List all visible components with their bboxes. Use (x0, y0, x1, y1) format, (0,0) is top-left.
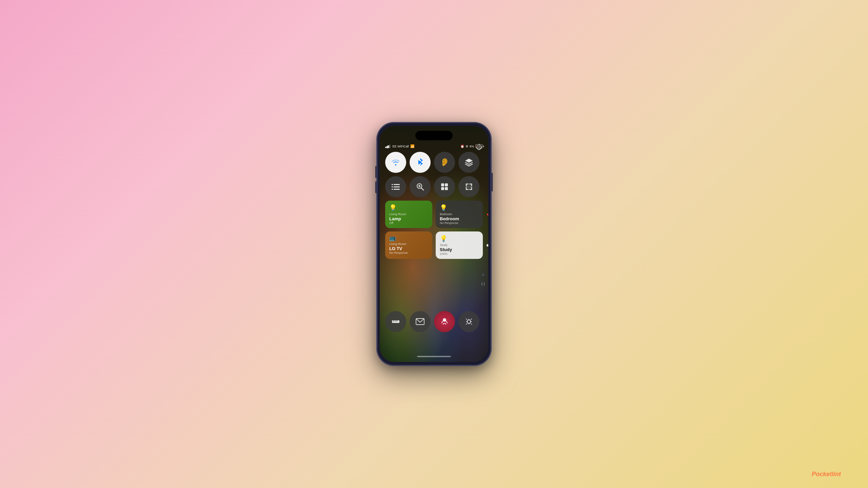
watermark-lint-accent: lint (832, 471, 841, 477)
status-right: ⏰ ⚙ 6% (460, 144, 483, 148)
lamp-tile-room: Living Room (389, 213, 428, 216)
svg-rect-5 (394, 189, 400, 190)
svg-line-38 (471, 319, 472, 320)
lgtv-tile-icon: 📺 (389, 235, 428, 241)
study-tile-name: Study (440, 247, 479, 252)
svg-rect-13 (445, 187, 448, 190)
crosshair-icon (465, 318, 473, 326)
battery-fill (476, 145, 477, 147)
radio-waves-icon: (·) (481, 282, 485, 286)
study-tile-icon: 💡 (440, 235, 479, 242)
watermark-p: P (812, 471, 816, 477)
home-tiles-row-1: 💡 Living Room Lamp Off 💡 Bedroom Bedroom… (385, 201, 483, 228)
lgtv-tile[interactable]: 📺 Living Room LG TV No Response (385, 231, 432, 259)
study-tile-status: 100% (440, 252, 479, 256)
bedroom-tile-room: Bedroom (440, 213, 479, 216)
home-tiles-row-2: 📺 Living Room LG TV No Response 💡 Study … (385, 231, 483, 259)
bedroom-tile-icon: 💡 (440, 204, 479, 211)
media-button[interactable] (434, 176, 455, 197)
control-row-2 (385, 176, 483, 197)
heart-icon: ♥ (487, 212, 488, 217)
zoom-button[interactable] (410, 176, 431, 197)
bluetooth-button[interactable] (410, 152, 431, 173)
svg-line-7 (421, 188, 424, 190)
hearing-button[interactable]: 👂 (434, 152, 455, 173)
scanner-button[interactable] (458, 176, 479, 197)
bedroom-tile[interactable]: 💡 Bedroom Bedroom No Response (436, 201, 483, 228)
media-icon (440, 183, 449, 191)
study-tile-room: Study (440, 244, 479, 247)
mail-button[interactable] (410, 311, 431, 332)
settings-icon: ⚙ (466, 145, 468, 148)
svg-rect-3 (394, 186, 400, 187)
list-icon (392, 183, 400, 190)
side-icons-panel: ♪ (·) (481, 272, 485, 286)
status-bar: EE WiFiCall 📶 ⏰ ⚙ 6% (385, 144, 483, 148)
svg-rect-4 (392, 189, 393, 190)
signal-icon (385, 145, 390, 148)
bedroom-tile-status: No Response (440, 222, 479, 225)
phone-frame: + ⏻ EE WiFiCall 📶 ⏰ ⚙ (376, 122, 492, 366)
pocketlint-watermark: Pocketlint (812, 471, 841, 478)
wifi-icon (391, 159, 400, 166)
layers-button[interactable] (458, 152, 479, 173)
scanner-icon (465, 183, 473, 191)
home-indicator (417, 356, 451, 357)
carrier-text: EE WiFiCall (393, 145, 409, 148)
mail-icon (416, 318, 425, 325)
battery-percent: 6% (470, 145, 474, 148)
lamp-tile-name: Lamp (389, 217, 428, 221)
dynamic-island (415, 131, 453, 140)
living-room-lamp-tile[interactable]: 💡 Living Room Lamp Off (385, 201, 432, 228)
crosshair-button[interactable] (458, 311, 479, 332)
music-icon: ♪ (482, 272, 485, 277)
bedroom-tile-name: Bedroom (440, 217, 479, 221)
ruler-button[interactable] (385, 311, 406, 332)
bottom-control-row (385, 311, 479, 332)
alarm-icon: ⏰ (460, 145, 464, 148)
svg-line-39 (466, 323, 467, 325)
lgtv-tile-name: LG TV (389, 246, 428, 251)
bluetooth-icon (417, 158, 423, 167)
lgtv-tile-room: Living Room (389, 243, 428, 246)
dot-indicator (487, 244, 488, 246)
ear-icon: 👂 (440, 158, 449, 167)
svg-rect-12 (441, 187, 444, 190)
lamp-tile-icon: 💡 (389, 204, 428, 211)
watermark-ocket: ocket (816, 471, 832, 477)
svg-line-37 (466, 319, 467, 320)
ruler-icon (392, 318, 400, 326)
power-button[interactable] (492, 173, 493, 191)
podcast-button[interactable] (434, 311, 455, 332)
control-row-1: 👂 (385, 152, 483, 173)
svg-line-40 (471, 323, 472, 325)
zoom-icon (416, 183, 424, 191)
podcast-icon (440, 317, 449, 326)
control-center-content: 👂 (385, 152, 483, 262)
phone-screen: + ⏻ EE WiFiCall 📶 ⏰ ⚙ (380, 126, 488, 362)
lgtv-tile-status: No Response (389, 251, 428, 255)
study-tile[interactable]: 💡 Study Study 100% (436, 231, 483, 259)
svg-rect-2 (392, 186, 393, 187)
phone-wrapper: + ⏻ EE WiFiCall 📶 ⏰ ⚙ (376, 122, 492, 366)
wifi-icon: 📶 (410, 144, 414, 148)
svg-rect-11 (445, 183, 448, 186)
lamp-tile-status: Off (389, 222, 428, 225)
list-button[interactable] (385, 176, 406, 197)
svg-point-36 (467, 320, 471, 323)
layers-icon (465, 158, 473, 167)
wifi-button[interactable] (385, 152, 406, 173)
battery-indicator (475, 144, 483, 148)
svg-rect-0 (392, 184, 393, 185)
status-left: EE WiFiCall 📶 (385, 144, 414, 148)
svg-rect-1 (394, 184, 400, 185)
svg-rect-10 (441, 183, 444, 186)
